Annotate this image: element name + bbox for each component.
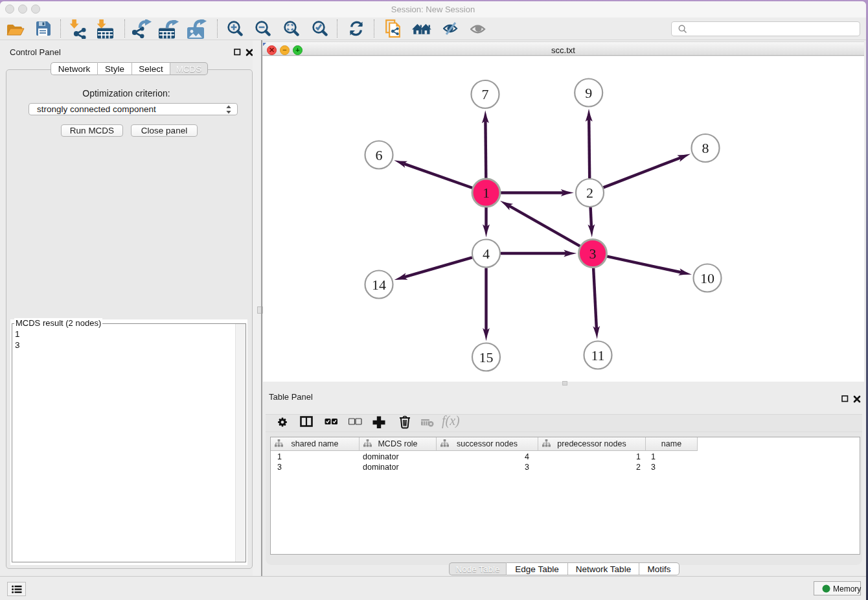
svg-text:15: 15 bbox=[479, 349, 494, 365]
svg-text:6: 6 bbox=[376, 147, 383, 163]
svg-text:11: 11 bbox=[591, 347, 604, 363]
svg-text:1: 1 bbox=[483, 185, 490, 201]
svg-text:7: 7 bbox=[482, 86, 489, 102]
svg-text:2: 2 bbox=[586, 185, 593, 201]
svg-text:3: 3 bbox=[589, 246, 597, 262]
svg-text:10: 10 bbox=[700, 270, 714, 286]
svg-text:9: 9 bbox=[585, 85, 592, 101]
svg-text:4: 4 bbox=[483, 246, 490, 262]
svg-text:8: 8 bbox=[702, 140, 709, 156]
svg-text:14: 14 bbox=[372, 277, 386, 293]
